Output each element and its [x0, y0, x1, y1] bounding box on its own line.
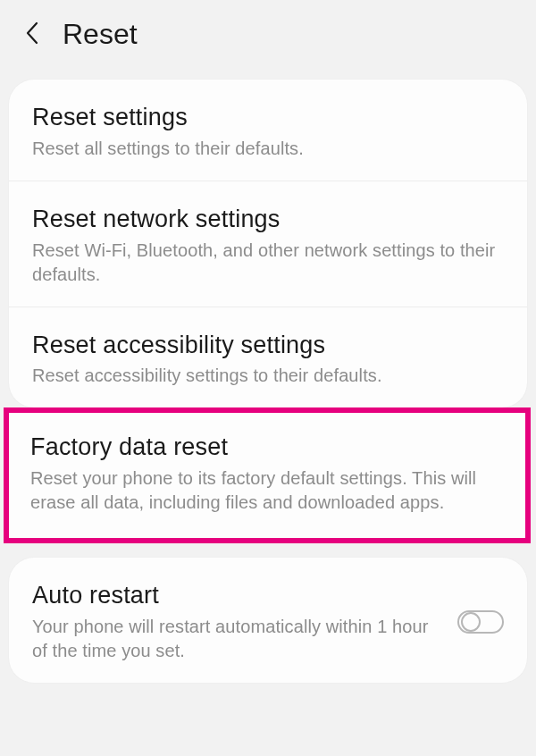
- item-reset-accessibility[interactable]: Reset accessibility settings Reset acces…: [9, 307, 527, 408]
- svg-point-1: [462, 613, 480, 631]
- item-desc: Reset Wi-Fi, Bluetooth, and other networ…: [32, 239, 504, 287]
- item-desc: Your phone will restart automatically wi…: [32, 615, 440, 663]
- item-title: Auto restart: [32, 581, 440, 611]
- back-icon[interactable]: [23, 21, 43, 49]
- item-reset-network[interactable]: Reset network settings Reset Wi-Fi, Blue…: [9, 181, 527, 307]
- item-desc: Reset all settings to their defaults.: [32, 137, 504, 161]
- toggle-auto-restart[interactable]: [457, 609, 504, 635]
- item-title: Reset settings: [32, 103, 504, 133]
- item-auto-restart[interactable]: Auto restart Your phone will restart aut…: [9, 558, 527, 683]
- item-desc: Reset your phone to its factory default …: [30, 466, 504, 515]
- item-title: Reset network settings: [32, 205, 504, 235]
- item-reset-settings[interactable]: Reset settings Reset all settings to the…: [9, 80, 527, 181]
- item-factory-reset[interactable]: Factory data reset Reset your phone to i…: [9, 413, 525, 538]
- page-title: Reset: [63, 18, 138, 51]
- settings-card-main: Reset settings Reset all settings to the…: [9, 80, 527, 407]
- header: Reset: [0, 0, 536, 72]
- highlight-annotation: Factory data reset Reset your phone to i…: [4, 407, 531, 543]
- item-title: Reset accessibility settings: [32, 331, 504, 361]
- settings-card-auto-restart: Auto restart Your phone will restart aut…: [9, 558, 527, 683]
- item-desc: Reset accessibility settings to their de…: [32, 364, 504, 388]
- item-title: Factory data reset: [30, 433, 504, 463]
